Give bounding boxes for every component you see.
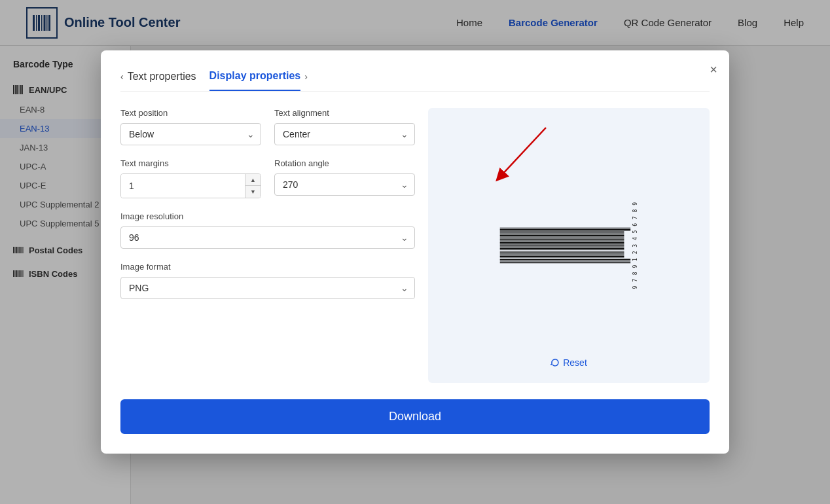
svg-rect-47 — [499, 228, 630, 228]
svg-rect-40 — [499, 241, 624, 242]
close-button[interactable]: × — [710, 62, 717, 77]
modal-overlay: ‹ Text properties Display properties › ×… — [0, 0, 830, 504]
form-group-rotation-angle: Rotation angle 0 90 180 270 — [274, 158, 415, 198]
svg-rect-32 — [499, 256, 624, 258]
svg-rect-35 — [499, 251, 624, 252]
svg-rect-44 — [499, 234, 624, 234]
reset-label: Reset — [563, 357, 587, 368]
rotation-angle-select-wrapper[interactable]: 0 90 180 270 — [274, 173, 415, 196]
svg-rect-30 — [499, 261, 630, 262]
svg-rect-37 — [499, 247, 624, 247]
chevron-left-icon: ‹ — [120, 71, 124, 82]
tab-display-properties[interactable]: Display properties — [209, 70, 301, 91]
image-resolution-label: Image resolution — [120, 211, 415, 221]
reset-icon — [550, 358, 560, 367]
text-alignment-select[interactable]: Center Left Right — [274, 123, 415, 145]
svg-rect-38 — [499, 245, 624, 246]
form-row-1: Text position Below Above None Text alig… — [120, 108, 415, 145]
barcode-rotated: 9 7 8 9 1 2 3 4 5 6 7 8 9 — [499, 202, 638, 289]
image-resolution-select-wrapper[interactable]: 72 96 150 300 — [120, 226, 415, 249]
modal-tabs: ‹ Text properties Display properties › — [120, 70, 710, 92]
rotation-angle-label: Rotation angle — [274, 158, 415, 168]
svg-rect-33 — [499, 255, 624, 255]
svg-rect-45 — [499, 232, 624, 233]
spinner-down-button[interactable]: ▼ — [245, 186, 261, 198]
form-group-image-format: Image format PNG JPEG SVG GIF — [120, 262, 415, 299]
rotation-angle-select[interactable]: 0 90 180 270 — [274, 173, 415, 196]
form-group-image-resolution: Image resolution 72 96 150 300 — [120, 211, 415, 249]
modal-body: Text position Below Above None Text alig… — [120, 108, 710, 383]
tab-next-chevron: › — [304, 71, 308, 90]
text-position-label: Text position — [120, 108, 261, 118]
spinner-up-button[interactable]: ▲ — [245, 174, 261, 186]
barcode-preview-panel: 9 7 8 9 1 2 3 4 5 6 7 8 9 Reset — [428, 108, 710, 383]
image-format-select[interactable]: PNG JPEG SVG GIF — [120, 277, 415, 299]
image-format-label: Image format — [120, 262, 415, 272]
text-position-select[interactable]: Below Above None — [120, 123, 261, 145]
tab-prev-label: Text properties — [128, 71, 196, 82]
download-button[interactable]: Download — [120, 399, 710, 434]
tab-active-label: Display properties — [209, 70, 301, 81]
number-spinners: ▲ ▼ — [245, 174, 261, 198]
form-row-2: Text margins ▲ ▼ Rotation angle — [120, 158, 415, 198]
svg-rect-36 — [499, 248, 624, 250]
svg-rect-34 — [499, 253, 624, 254]
svg-rect-41 — [499, 239, 624, 240]
tab-text-properties[interactable]: ‹ Text properties — [120, 71, 196, 90]
form-group-text-position: Text position Below Above None — [120, 108, 261, 145]
barcode-number: 9 7 8 9 1 2 3 4 5 6 7 8 9 — [632, 202, 638, 289]
modal-dialog: ‹ Text properties Display properties › ×… — [101, 50, 729, 454]
background-page: Online Tool Center Home Barcode Generato… — [0, 0, 830, 504]
text-margins-input-wrapper[interactable]: ▲ ▼ — [120, 173, 261, 198]
svg-rect-31 — [499, 259, 630, 261]
svg-rect-39 — [499, 242, 624, 244]
svg-rect-43 — [499, 235, 624, 237]
form-group-text-margins: Text margins ▲ ▼ — [120, 158, 261, 198]
svg-rect-29 — [499, 262, 630, 264]
form-group-text-alignment: Text alignment Center Left Right — [274, 108, 415, 145]
image-format-select-wrapper[interactable]: PNG JPEG SVG GIF — [120, 277, 415, 299]
svg-rect-42 — [499, 238, 624, 238]
text-alignment-label: Text alignment — [274, 108, 415, 118]
reset-button[interactable]: Reset — [545, 352, 592, 373]
annotation-arrow — [441, 121, 572, 200]
modal-form: Text position Below Above None Text alig… — [120, 108, 415, 383]
svg-line-28 — [500, 128, 546, 177]
form-row-4: Image format PNG JPEG SVG GIF — [120, 262, 415, 299]
svg-rect-46 — [499, 229, 630, 231]
image-resolution-select[interactable]: 72 96 150 300 — [120, 226, 415, 249]
text-margins-label: Text margins — [120, 158, 261, 168]
text-alignment-select-wrapper[interactable]: Center Left Right — [274, 123, 415, 145]
form-row-3: Image resolution 72 96 150 300 — [120, 211, 415, 249]
text-margins-input[interactable] — [121, 174, 245, 198]
barcode-svg — [499, 228, 630, 264]
text-position-select-wrapper[interactable]: Below Above None — [120, 123, 261, 145]
download-section: Download — [120, 399, 710, 434]
